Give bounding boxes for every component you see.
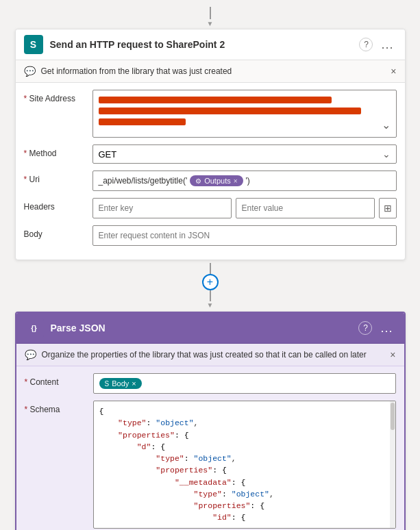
headers-add-btn[interactable]: ⊞	[379, 198, 397, 218]
json-line-5: "type": "object",	[99, 453, 390, 464]
parse-json-help-btn[interactable]: ?	[358, 321, 372, 335]
site-address-field[interactable]: ⌄	[92, 90, 397, 138]
plus-icon: +	[207, 276, 213, 288]
content-label: * Content	[25, 373, 93, 387]
json-icon-text: {}	[31, 324, 37, 332]
content-field[interactable]: S Body ×	[93, 373, 396, 394]
json-line-1: {	[99, 405, 390, 417]
parse-json-card-desc: 💬 Organize the properties of the library…	[16, 344, 404, 366]
body-label: Body	[24, 225, 92, 239]
token-close-btn[interactable]: ×	[234, 177, 238, 185]
sharepoint-icon-letter: S	[30, 39, 36, 50]
add-step-btn[interactable]: +	[202, 274, 219, 290]
token-label: Outputs	[204, 177, 231, 185]
outputs-token: ⚙ Outputs ×	[190, 175, 243, 186]
json-line-9: "properties": {	[99, 500, 390, 512]
middle-connector: + ▼	[202, 263, 219, 309]
desc-chat-icon: 💬	[24, 66, 36, 77]
parse-json-description-text: Organize the properties of the library t…	[42, 350, 367, 359]
sharepoint-more-btn[interactable]: ...	[378, 36, 396, 53]
sharepoint-icon: S	[24, 35, 43, 54]
parse-json-header-actions: ? ...	[358, 320, 395, 337]
site-address-label: * Site Address	[24, 90, 92, 103]
headers-fields: ⊞	[92, 198, 397, 218]
parse-json-card: {} Parse JSON ? ... 💬 Organize the prope…	[15, 312, 406, 530]
parse-json-form-body: * Content S Body × * Schema { "type": "o…	[16, 366, 404, 530]
parse-json-desc-close[interactable]: ×	[390, 349, 395, 360]
connector-arrow: ▼	[207, 301, 214, 309]
headers-row: Headers ⊞	[24, 198, 397, 218]
body-token-label: Body	[112, 379, 129, 388]
sharepoint-desc-close[interactable]: ×	[391, 66, 396, 77]
sharepoint-card-desc: 💬 Get information from the library that …	[16, 60, 405, 83]
body-row: Body	[24, 225, 397, 246]
json-line-10: "id": {	[99, 512, 390, 523]
sharepoint-header-actions: ? ...	[359, 36, 396, 53]
sharepoint-card: S Send an HTTP request to SharePoint 2 ?…	[15, 29, 406, 260]
json-line-6: "properties": {	[99, 464, 390, 476]
parse-desc-chat-icon: 💬	[25, 349, 36, 360]
json-line-3: "properties": {	[99, 429, 390, 441]
redacted-line-3	[99, 118, 186, 125]
schema-container: { "type": "object", "properties": { "d":…	[93, 401, 396, 530]
headers-value-input[interactable]	[236, 198, 375, 218]
json-line-2: "type": "object",	[99, 417, 390, 429]
connector-line-top	[210, 263, 211, 274]
body-token-icon: S	[105, 380, 110, 388]
method-dropdown[interactable]: GET ⌄	[92, 144, 397, 164]
connector-line-bottom	[210, 290, 211, 301]
content-row: * Content S Body ×	[25, 373, 396, 394]
schema-scrollbar-thumb	[391, 403, 395, 430]
json-line-4: "d": {	[99, 441, 390, 453]
parse-json-more-btn[interactable]: ...	[378, 320, 395, 337]
uri-prefix: _api/web/lists/getbytitle('	[99, 176, 188, 186]
method-row: * Method GET ⌄	[24, 144, 397, 164]
method-value: GET	[99, 149, 117, 160]
uri-label: * Uri	[24, 171, 92, 184]
json-line-8: "type": "object",	[99, 488, 390, 500]
parse-json-card-header: {} Parse JSON ? ...	[16, 313, 404, 344]
headers-table-icon: ⊞	[384, 203, 392, 214]
body-input[interactable]	[92, 225, 397, 246]
uri-suffix: ')	[246, 176, 250, 186]
uri-row: * Uri _api/web/lists/getbytitle(' ⚙ Outp…	[24, 171, 397, 191]
uri-field[interactable]: _api/web/lists/getbytitle(' ⚙ Outputs × …	[92, 171, 397, 191]
method-dropdown-arrow: ⌄	[382, 149, 391, 160]
sharepoint-help-btn[interactable]: ?	[359, 38, 373, 51]
json-line-7: "__metadata": {	[99, 477, 390, 488]
schema-field[interactable]: { "type": "object", "properties": { "d":…	[93, 401, 396, 529]
sharepoint-card-header: S Send an HTTP request to SharePoint 2 ?…	[16, 29, 405, 60]
sharepoint-form-body: * Site Address ⌄ * Method GET ⌄ * Uri	[16, 83, 405, 260]
site-address-row: * Site Address ⌄	[24, 90, 397, 138]
schema-row: * Schema { "type": "object", "properties…	[25, 401, 396, 530]
redacted-line-2	[99, 108, 361, 114]
headers-label: Headers	[24, 198, 92, 212]
schema-label: * Schema	[25, 401, 93, 414]
body-token-close-btn[interactable]: ×	[132, 379, 136, 388]
method-label: * Method	[24, 144, 92, 158]
site-address-dropdown-arrow: ⌄	[382, 118, 391, 131]
schema-scrollbar[interactable]	[390, 401, 395, 528]
body-token: S Body ×	[99, 378, 142, 389]
sharepoint-description-text: Get information from the library that wa…	[41, 66, 232, 76]
parse-json-card-title: Parse JSON	[51, 323, 359, 333]
top-connector	[210, 7, 211, 19]
redacted-line-1	[99, 97, 332, 103]
token-icon: ⚙	[195, 177, 201, 185]
sharepoint-card-title: Send an HTTP request to SharePoint 2	[50, 39, 360, 50]
headers-key-input[interactable]	[92, 198, 232, 218]
json-icon: {}	[25, 318, 44, 338]
